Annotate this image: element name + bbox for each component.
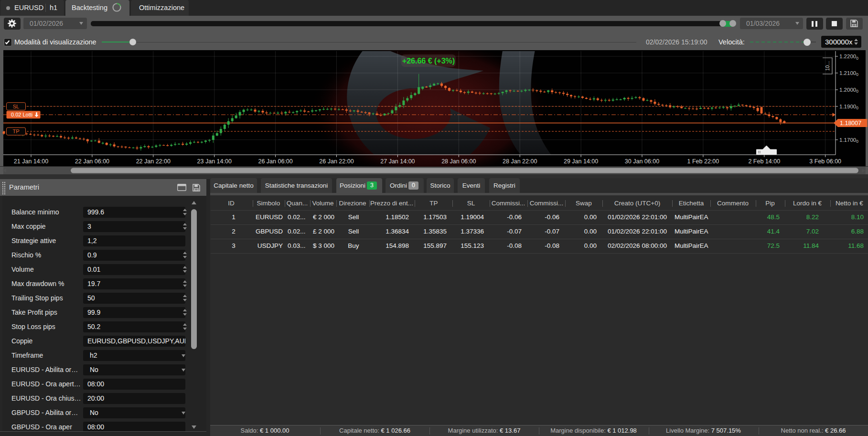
svg-text:0.02 Lotti: 0.02 Lotti: [11, 112, 32, 117]
svg-text:26 Jan 22:00: 26 Jan 22:00: [319, 158, 354, 165]
svg-text:27 Jan 14:00: 27 Jan 14:00: [380, 158, 415, 165]
svg-text:SL: SL: [13, 104, 19, 109]
svg-text:26 Jan 06:00: 26 Jan 06:00: [258, 158, 292, 165]
svg-text:1.18007: 1.18007: [840, 120, 861, 127]
svg-text:TP: TP: [12, 128, 19, 134]
svg-text:28 Jan 06:00: 28 Jan 06:00: [441, 158, 476, 165]
svg-text:22 Jan 06:00: 22 Jan 06:00: [75, 158, 109, 165]
svg-text:3 Feb 06:00: 3 Feb 06:00: [809, 158, 841, 165]
svg-text:28 Jan 22:00: 28 Jan 22:00: [503, 158, 537, 165]
svg-text:2 Feb 14:00: 2 Feb 14:00: [748, 158, 780, 165]
svg-text:+26.66 € (+3%): +26.66 € (+3%): [402, 57, 455, 65]
svg-text:22 Jan 22:00: 22 Jan 22:00: [136, 158, 171, 165]
svg-text:23 Jan 14:00: 23 Jan 14:00: [197, 158, 232, 165]
svg-text:10...: 10...: [825, 61, 830, 71]
svg-text:21 Jan 14:00: 21 Jan 14:00: [14, 158, 48, 165]
svg-text:1 Feb 22:00: 1 Feb 22:00: [687, 158, 719, 165]
svg-text:30 Jan 06:00: 30 Jan 06:00: [625, 158, 659, 165]
svg-text:29 Jan 14:00: 29 Jan 14:00: [564, 158, 598, 165]
